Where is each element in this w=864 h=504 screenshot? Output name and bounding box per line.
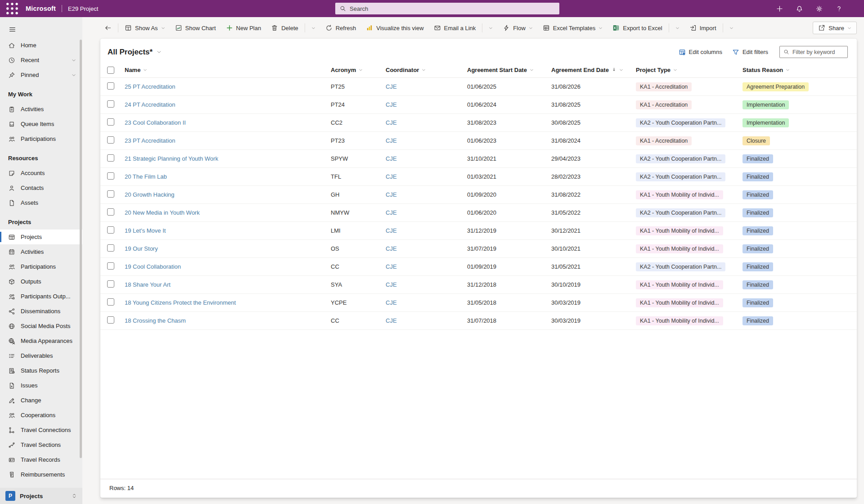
project-name-link[interactable]: 19 Let's Move It	[125, 227, 166, 234]
share-button[interactable]: Share	[813, 22, 857, 34]
project-name-link[interactable]: 23 PT Accreditation	[125, 137, 176, 144]
sidebar-item-social-media-posts[interactable]: Social Media Posts	[0, 319, 82, 333]
row-checkbox[interactable]	[107, 316, 114, 324]
sidebar-item-queue-items[interactable]: Queue Items	[0, 117, 82, 131]
sidebar-item-reimbursements[interactable]: Reimbursements	[0, 467, 82, 482]
project-name-link[interactable]: 18 Young Citizens Protect the Environmen…	[125, 299, 236, 306]
project-name-link[interactable]: 20 Growth Hacking	[125, 191, 175, 198]
table-row[interactable]: 19 Our StoryOSCJE31/07/201930/10/2021KA1…	[100, 240, 857, 258]
toolbar-refresh-button[interactable]: Refresh	[320, 22, 361, 34]
sidebar-item-cooperations[interactable]: Cooperations	[0, 408, 82, 423]
toolbar-show-chart-button[interactable]: Show Chart	[170, 22, 221, 34]
global-search-input[interactable]: Search	[335, 3, 559, 14]
row-checkbox[interactable]	[107, 298, 114, 306]
sidebar-item-media-appearances[interactable]: Media Appearances	[0, 333, 82, 348]
project-name-link[interactable]: 20 New Media in Youth Work	[125, 209, 200, 216]
coordinator-link[interactable]: CJE	[386, 227, 397, 234]
table-row[interactable]: 18 Young Citizens Protect the Environmen…	[100, 294, 857, 312]
project-name-link[interactable]: 19 Our Story	[125, 245, 158, 252]
coordinator-link[interactable]: CJE	[386, 209, 397, 216]
sidebar-item-projects[interactable]: Projects	[0, 230, 82, 244]
toolbar-overflow-button[interactable]	[306, 23, 320, 33]
sidebar-item-accounts[interactable]: Accounts	[0, 166, 82, 180]
table-row[interactable]: 19 Let's Move ItLMICJE31/12/201930/12/20…	[100, 222, 857, 240]
toolbar-overflow-button[interactable]	[670, 23, 684, 33]
coordinator-link[interactable]: CJE	[386, 245, 397, 252]
table-row[interactable]: 21 Strategic Planning of Youth WorkSPYWC…	[100, 150, 857, 168]
sidebar-scrollbar[interactable]	[80, 40, 82, 458]
table-row[interactable]: 20 The Film LabTFLCJE01/03/202128/02/202…	[100, 168, 857, 186]
row-checkbox[interactable]	[107, 172, 114, 180]
row-checkbox[interactable]	[107, 82, 114, 90]
column-header-coordinator[interactable]: Coordinator	[386, 67, 467, 73]
area-switcher[interactable]: P Projects	[0, 488, 82, 504]
sidebar-item-participations[interactable]: Participations	[0, 259, 82, 274]
sidebar-item-disseminations[interactable]: Disseminations	[0, 304, 82, 319]
project-name-link[interactable]: 18 Crossing the Chasm	[125, 317, 186, 324]
toolbar-overflow-button[interactable]	[484, 23, 498, 33]
toolbar-import-button[interactable]: Import	[684, 22, 721, 34]
project-name-link[interactable]: 24 PT Accreditation	[125, 101, 176, 108]
project-name-link[interactable]: 25 PT Accreditation	[125, 83, 176, 90]
toolbar-new-plan-button[interactable]: New Plan	[221, 22, 266, 34]
notifications-bell-icon[interactable]	[792, 1, 806, 16]
sidebar-item-issues[interactable]: Issues	[0, 378, 82, 393]
app-name[interactable]: E29 Project	[68, 5, 98, 12]
project-name-link[interactable]: 19 Cool Collaboration	[125, 263, 181, 270]
project-name-link[interactable]: 23 Cool Collaboration II	[125, 119, 186, 126]
toolbar-export-to-excel-button[interactable]: Export to Excel	[608, 22, 667, 34]
toolbar-delete-button[interactable]: Delete	[266, 22, 303, 34]
coordinator-link[interactable]: CJE	[386, 299, 397, 306]
sidebar-item-outputs[interactable]: Outputs	[0, 274, 82, 289]
column-header-acronym[interactable]: Acronym	[331, 67, 386, 73]
edit-columns-button[interactable]: Edit columns	[675, 47, 726, 58]
row-checkbox[interactable]	[107, 100, 114, 108]
project-name-link[interactable]: 18 Share Your Art	[125, 281, 171, 288]
project-name-link[interactable]: 20 The Film Lab	[125, 173, 167, 180]
table-row[interactable]: 18 Crossing the ChasmCCCJE31/07/201830/0…	[100, 312, 857, 330]
row-checkbox[interactable]	[107, 136, 114, 144]
column-header-status-reason[interactable]: Status Reason	[742, 67, 857, 73]
coordinator-link[interactable]: CJE	[386, 317, 397, 324]
coordinator-link[interactable]: CJE	[386, 137, 397, 144]
row-checkbox[interactable]	[107, 226, 114, 234]
help-icon[interactable]	[832, 1, 846, 16]
back-button[interactable]	[100, 22, 116, 34]
table-row[interactable]: 18 Share Your ArtSYACJE31/12/201830/10/2…	[100, 276, 857, 294]
toolbar-show-as-button[interactable]: Show As	[120, 22, 170, 34]
project-name-link[interactable]: 21 Strategic Planning of Youth Work	[125, 155, 218, 162]
table-row[interactable]: 24 PT AccreditationPT24CJE01/06/202431/0…	[100, 96, 857, 114]
coordinator-link[interactable]: CJE	[386, 191, 397, 198]
coordinator-link[interactable]: CJE	[386, 281, 397, 288]
filter-by-keyword-input[interactable]: Filter by keyword	[779, 46, 848, 58]
table-row[interactable]: 20 Growth HackingGHCJE01/09/202031/08/20…	[100, 186, 857, 204]
column-header-name[interactable]: Name	[121, 67, 331, 73]
sidebar-item-travel-connections[interactable]: Travel Connections	[0, 423, 82, 437]
microsoft-logo[interactable]: Microsoft	[26, 5, 56, 12]
sidebar-item-assets[interactable]: Assets	[0, 195, 82, 210]
sidebar-item-status-reports[interactable]: Status Reports	[0, 363, 82, 378]
sidebar-item-change[interactable]: Change	[0, 393, 82, 408]
row-checkbox[interactable]	[107, 280, 114, 288]
table-row[interactable]: 25 PT AccreditationPT25CJE01/06/202531/0…	[100, 78, 857, 96]
sidebar-item-participants-outp[interactable]: Participants Outp...	[0, 289, 82, 304]
coordinator-link[interactable]: CJE	[386, 101, 397, 108]
sidebar-item-contacts[interactable]: Contacts	[0, 180, 82, 195]
sidebar-item-recent[interactable]: Recent	[0, 53, 82, 68]
coordinator-link[interactable]: CJE	[386, 173, 397, 180]
table-row[interactable]: 23 Cool Collaboration IICC2CJE31/08/2023…	[100, 114, 857, 132]
table-row[interactable]: 20 New Media in Youth WorkNMYWCJE01/06/2…	[100, 204, 857, 222]
toolbar-flow-button[interactable]: Flow	[498, 22, 537, 34]
row-checkbox[interactable]	[107, 244, 114, 252]
waffle-icon[interactable]	[4, 1, 20, 16]
sidebar-item-travel-records[interactable]: Travel Records	[0, 452, 82, 467]
row-checkbox[interactable]	[107, 154, 114, 162]
toolbar-email-a-link-button[interactable]: Email a Link	[429, 22, 481, 34]
toolbar-excel-templates-button[interactable]: Excel Templates	[538, 22, 608, 34]
new-record-plus-icon[interactable]	[772, 1, 787, 16]
row-checkbox[interactable]	[107, 262, 114, 270]
sidebar-item-home[interactable]: Home	[0, 38, 82, 53]
table-row[interactable]: 23 PT AccreditationPT23CJE01/06/202331/0…	[100, 132, 857, 150]
view-selector[interactable]: All Projects*	[108, 48, 162, 57]
sidebar-item-activities[interactable]: Activities	[0, 244, 82, 259]
